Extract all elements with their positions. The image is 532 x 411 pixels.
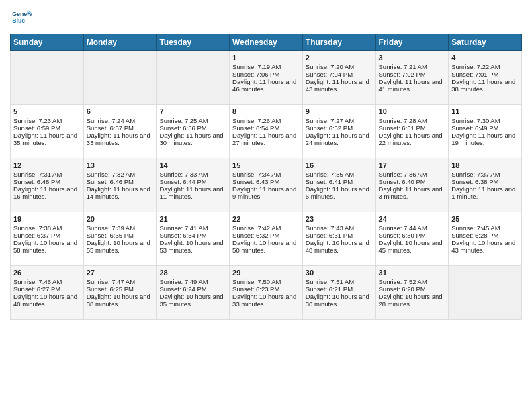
day-number: 2 bbox=[306, 54, 373, 62]
page: General Blue SundayMondayTuesdayWednesda… bbox=[0, 0, 532, 411]
sunrise-text: Sunrise: 7:31 AM bbox=[13, 171, 81, 178]
sunset-text: Sunset: 6:41 PM bbox=[306, 178, 373, 185]
daylight-text: Daylight: 11 hours and 9 minutes. bbox=[232, 185, 300, 200]
day-number: 4 bbox=[451, 54, 519, 62]
day-number: 7 bbox=[159, 107, 226, 116]
day-number: 13 bbox=[87, 161, 154, 169]
sunset-text: Sunset: 6:37 PM bbox=[13, 232, 81, 239]
week-row-3: 12Sunrise: 7:31 AMSunset: 6:48 PMDayligh… bbox=[11, 158, 522, 212]
day-number: 29 bbox=[232, 269, 300, 277]
calendar-cell: 3Sunrise: 7:21 AMSunset: 7:02 PMDaylight… bbox=[375, 51, 449, 105]
sunset-text: Sunset: 6:30 PM bbox=[379, 232, 446, 239]
calendar-cell: 29Sunrise: 7:50 AMSunset: 6:23 PMDayligh… bbox=[230, 266, 303, 320]
calendar-cell: 4Sunrise: 7:22 AMSunset: 7:01 PMDaylight… bbox=[449, 51, 522, 105]
calendar-cell: 12Sunrise: 7:31 AMSunset: 6:48 PMDayligh… bbox=[11, 158, 84, 212]
sunrise-text: Sunrise: 7:21 AM bbox=[379, 63, 446, 71]
svg-text:General: General bbox=[12, 11, 32, 17]
sunset-text: Sunset: 6:52 PM bbox=[306, 124, 373, 132]
day-number: 10 bbox=[379, 107, 446, 116]
calendar-cell: 8Sunrise: 7:26 AMSunset: 6:54 PMDaylight… bbox=[230, 105, 303, 158]
sunrise-text: Sunrise: 7:45 AM bbox=[451, 224, 519, 232]
header-day-monday: Monday bbox=[83, 34, 157, 51]
header-day-tuesday: Tuesday bbox=[157, 34, 230, 51]
daylight-text: Daylight: 10 hours and 58 minutes. bbox=[13, 239, 81, 254]
sunset-text: Sunset: 6:20 PM bbox=[379, 285, 446, 293]
daylight-text: Daylight: 11 hours and 30 minutes. bbox=[159, 132, 226, 146]
sunrise-text: Sunrise: 7:25 AM bbox=[159, 117, 226, 124]
day-number: 22 bbox=[232, 215, 300, 223]
sunrise-text: Sunrise: 7:39 AM bbox=[87, 224, 154, 232]
header-day-saturday: Saturday bbox=[449, 34, 522, 51]
day-number: 27 bbox=[87, 269, 154, 277]
sunrise-text: Sunrise: 7:41 AM bbox=[159, 224, 226, 232]
sunrise-text: Sunrise: 7:33 AM bbox=[159, 171, 226, 178]
calendar-cell: 6Sunrise: 7:24 AMSunset: 6:57 PMDaylight… bbox=[83, 105, 157, 158]
sunset-text: Sunset: 6:59 PM bbox=[13, 124, 81, 132]
calendar-cell: 21Sunrise: 7:41 AMSunset: 6:34 PMDayligh… bbox=[157, 212, 230, 266]
calendar-cell: 18Sunrise: 7:37 AMSunset: 6:38 PMDayligh… bbox=[449, 158, 522, 212]
sunset-text: Sunset: 7:02 PM bbox=[379, 71, 446, 78]
sunrise-text: Sunrise: 7:43 AM bbox=[306, 224, 373, 232]
daylight-text: Daylight: 10 hours and 43 minutes. bbox=[451, 239, 519, 254]
header-day-sunday: Sunday bbox=[11, 34, 84, 51]
sunset-text: Sunset: 6:56 PM bbox=[159, 124, 226, 132]
sunset-text: Sunset: 6:57 PM bbox=[87, 124, 154, 132]
sunrise-text: Sunrise: 7:22 AM bbox=[451, 63, 519, 71]
week-row-5: 26Sunrise: 7:46 AMSunset: 6:27 PMDayligh… bbox=[11, 266, 522, 320]
daylight-text: Daylight: 11 hours and 6 minutes. bbox=[306, 185, 373, 200]
sunset-text: Sunset: 6:49 PM bbox=[451, 124, 519, 132]
calendar-cell: 22Sunrise: 7:42 AMSunset: 6:32 PMDayligh… bbox=[230, 212, 303, 266]
day-number: 26 bbox=[13, 269, 81, 277]
sunrise-text: Sunrise: 7:19 AM bbox=[232, 63, 300, 71]
calendar-cell: 11Sunrise: 7:30 AMSunset: 6:49 PMDayligh… bbox=[449, 105, 522, 158]
calendar-cell: 10Sunrise: 7:28 AMSunset: 6:51 PMDayligh… bbox=[375, 105, 449, 158]
calendar-cell: 9Sunrise: 7:27 AMSunset: 6:52 PMDaylight… bbox=[302, 105, 375, 158]
sunset-text: Sunset: 6:23 PM bbox=[232, 285, 300, 293]
calendar-cell: 17Sunrise: 7:36 AMSunset: 6:40 PMDayligh… bbox=[375, 158, 449, 212]
calendar-header-row: SundayMondayTuesdayWednesdayThursdayFrid… bbox=[11, 34, 522, 51]
daylight-text: Daylight: 11 hours and 24 minutes. bbox=[306, 132, 373, 146]
daylight-text: Daylight: 11 hours and 3 minutes. bbox=[379, 185, 446, 200]
day-number: 28 bbox=[159, 269, 226, 277]
sunset-text: Sunset: 6:51 PM bbox=[379, 124, 446, 132]
sunrise-text: Sunrise: 7:32 AM bbox=[87, 171, 154, 178]
calendar-cell bbox=[83, 51, 157, 105]
sunset-text: Sunset: 6:44 PM bbox=[159, 178, 226, 185]
day-number: 14 bbox=[159, 161, 226, 169]
day-number: 6 bbox=[87, 107, 154, 116]
day-number: 24 bbox=[379, 215, 446, 223]
sunrise-text: Sunrise: 7:42 AM bbox=[232, 224, 300, 232]
calendar-cell: 7Sunrise: 7:25 AMSunset: 6:56 PMDaylight… bbox=[157, 105, 230, 158]
sunset-text: Sunset: 6:25 PM bbox=[87, 285, 154, 293]
calendar-cell: 5Sunrise: 7:23 AMSunset: 6:59 PMDaylight… bbox=[11, 105, 84, 158]
sunrise-text: Sunrise: 7:37 AM bbox=[451, 171, 519, 178]
sunset-text: Sunset: 7:01 PM bbox=[451, 71, 519, 78]
calendar-cell: 2Sunrise: 7:20 AMSunset: 7:04 PMDaylight… bbox=[302, 51, 375, 105]
daylight-text: Daylight: 11 hours and 19 minutes. bbox=[451, 132, 519, 146]
sunset-text: Sunset: 6:48 PM bbox=[13, 178, 81, 185]
daylight-text: Daylight: 10 hours and 55 minutes. bbox=[87, 239, 154, 254]
sunrise-text: Sunrise: 7:50 AM bbox=[232, 278, 300, 285]
calendar-cell: 23Sunrise: 7:43 AMSunset: 6:31 PMDayligh… bbox=[302, 212, 375, 266]
sunset-text: Sunset: 6:38 PM bbox=[451, 178, 519, 185]
week-row-1: 1Sunrise: 7:19 AMSunset: 7:06 PMDaylight… bbox=[11, 51, 522, 105]
daylight-text: Daylight: 10 hours and 48 minutes. bbox=[306, 239, 373, 254]
daylight-text: Daylight: 11 hours and 46 minutes. bbox=[232, 78, 300, 93]
day-number: 30 bbox=[306, 269, 373, 277]
week-row-4: 19Sunrise: 7:38 AMSunset: 6:37 PMDayligh… bbox=[11, 212, 522, 266]
header-day-thursday: Thursday bbox=[302, 34, 375, 51]
calendar-cell: 19Sunrise: 7:38 AMSunset: 6:37 PMDayligh… bbox=[11, 212, 84, 266]
sunrise-text: Sunrise: 7:20 AM bbox=[306, 63, 373, 71]
calendar-cell: 1Sunrise: 7:19 AMSunset: 7:06 PMDaylight… bbox=[230, 51, 303, 105]
day-number: 11 bbox=[451, 107, 519, 116]
sunrise-text: Sunrise: 7:36 AM bbox=[379, 171, 446, 178]
sunset-text: Sunset: 7:04 PM bbox=[306, 71, 373, 78]
daylight-text: Daylight: 10 hours and 45 minutes. bbox=[379, 239, 446, 254]
daylight-text: Daylight: 10 hours and 38 minutes. bbox=[87, 293, 154, 308]
calendar-table: SundayMondayTuesdayWednesdayThursdayFrid… bbox=[10, 34, 522, 320]
sunset-text: Sunset: 6:43 PM bbox=[232, 178, 300, 185]
daylight-text: Daylight: 11 hours and 14 minutes. bbox=[87, 185, 154, 200]
calendar-cell: 25Sunrise: 7:45 AMSunset: 6:28 PMDayligh… bbox=[449, 212, 522, 266]
day-number: 18 bbox=[451, 161, 519, 169]
sunrise-text: Sunrise: 7:49 AM bbox=[159, 278, 226, 285]
